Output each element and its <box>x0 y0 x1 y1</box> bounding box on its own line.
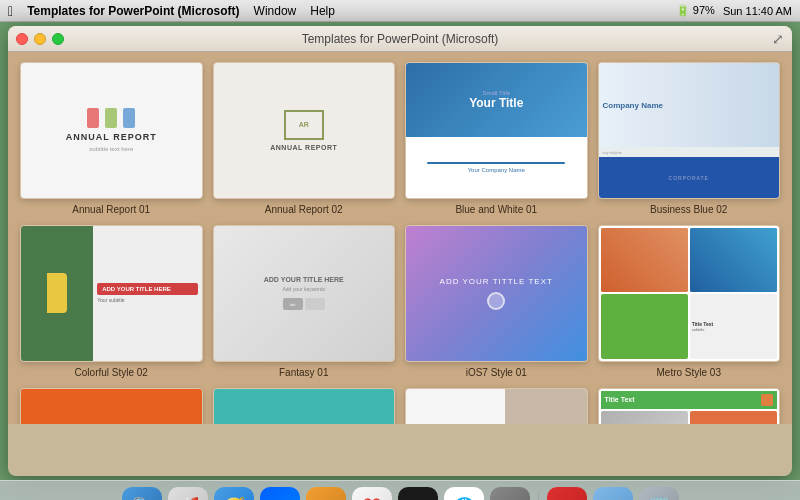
dock-powerpoint[interactable]: P <box>547 487 587 501</box>
template-label: Blue and White 01 <box>455 204 537 215</box>
template-item[interactable]: ADD YOUR TITLE HERE Your subtitle Colorf… <box>20 225 203 378</box>
template-thumb-ms3[interactable]: Title Text subtitle <box>598 225 781 362</box>
template-label: iOS7 Style 01 <box>466 367 527 378</box>
template-thumb-ar2[interactable]: AR ANNUAL REPORT <box>213 62 396 199</box>
apple-menu[interactable]:  <box>8 3 13 19</box>
template-item[interactable]: ADD YOUR TITLE HERE your subtitle text f… <box>20 388 203 424</box>
dock-terminal[interactable]: >_ <box>398 487 438 501</box>
window-title: Templates for PowerPoint (Microsoft) <box>302 32 499 46</box>
template-item[interactable]: AR ANNUAL REPORT Annual Report 02 <box>213 62 396 215</box>
dock-slides[interactable]: S <box>306 487 346 501</box>
close-button[interactable] <box>16 33 28 45</box>
template-item[interactable]: ADD YOUR TITLE Add your keywords <box>213 388 396 424</box>
template-thumb-tls[interactable]: Title Text <box>598 388 781 424</box>
expand-icon[interactable]: ⤢ <box>772 31 784 47</box>
clock: Sun 11:40 AM <box>723 5 792 17</box>
template-item[interactable]: ADD YOUR TITLE HERE Add your keywords ta… <box>213 225 396 378</box>
template-item[interactable]: Small Title Your Title Your Company Name… <box>405 62 588 215</box>
dock-finder[interactable]: 🔍 <box>122 487 162 501</box>
maximize-button[interactable] <box>52 33 64 45</box>
menu-window[interactable]: Window <box>254 4 297 18</box>
template-item[interactable]: Title Text <box>405 388 588 424</box>
template-label: Metro Style 03 <box>657 367 721 378</box>
dock-safari[interactable]: 🧭 <box>214 487 254 501</box>
template-label: Fantasy 01 <box>279 367 328 378</box>
dock-separator <box>538 492 539 501</box>
dock-arrow[interactable]: ↗ <box>490 487 530 501</box>
menu-app-name[interactable]: Templates for PowerPoint (Microsoft) <box>27 4 239 18</box>
template-thumb-org[interactable]: ADD YOUR TITLE HERE your subtitle text f… <box>20 388 203 424</box>
traffic-lights <box>16 33 64 45</box>
template-item[interactable]: Title Text subtitle Metro Style 03 <box>598 225 781 378</box>
template-label: Annual Report 02 <box>265 204 343 215</box>
battery-icon: 🔋 97% <box>676 4 715 17</box>
titlebar: Templates for PowerPoint (Microsoft) ⤢ <box>8 26 792 52</box>
menu-help[interactable]: Help <box>310 4 335 18</box>
dock-chrome[interactable]: 🌐 <box>444 487 484 501</box>
dock-trash[interactable]: 🗑️ <box>639 487 679 501</box>
template-item[interactable]: ANNUAL REPORT subtitle text here Annual … <box>20 62 203 215</box>
dock-health[interactable]: ❤️ <box>352 487 392 501</box>
template-thumb-f1[interactable]: ADD YOUR TITLE HERE Add your keywords ta… <box>213 225 396 362</box>
template-thumb-ios[interactable]: ADD YOUR TITTLE TEXT <box>405 225 588 362</box>
template-item[interactable]: Company Name city skyline CORPORATE Busi… <box>598 62 781 215</box>
template-item[interactable]: ADD YOUR TITTLE TEXT iOS7 Style 01 <box>405 225 588 378</box>
template-thumb-prs[interactable]: Title Text <box>405 388 588 424</box>
template-grid: ANNUAL REPORT subtitle text here Annual … <box>8 52 792 424</box>
template-label: Annual Report 01 <box>72 204 150 215</box>
menubar-right: 🔋 97% Sun 11:40 AM <box>676 4 792 17</box>
dock-launchpad[interactable]: 🚀 <box>168 487 208 501</box>
menubar:  Templates for PowerPoint (Microsoft) W… <box>0 0 800 22</box>
minimize-button[interactable] <box>34 33 46 45</box>
app-window: Templates for PowerPoint (Microsoft) ⤢ A… <box>8 26 792 476</box>
dock-appstore[interactable]: A <box>260 487 300 501</box>
template-thumb-cyn[interactable]: ADD YOUR TITLE Add your keywords <box>213 388 396 424</box>
template-thumb-ar1[interactable]: ANNUAL REPORT subtitle text here <box>20 62 203 199</box>
template-label: Colorful Style 02 <box>75 367 148 378</box>
template-thumb-bb2[interactable]: Company Name city skyline CORPORATE <box>598 62 781 199</box>
template-item[interactable]: Title Text <box>598 388 781 424</box>
template-label: Business Blue 02 <box>650 204 727 215</box>
dock-folder[interactable]: 📁 <box>593 487 633 501</box>
template-thumb-cs2[interactable]: ADD YOUR TITLE HERE Your subtitle <box>20 225 203 362</box>
template-thumb-bw1[interactable]: Small Title Your Title Your Company Name <box>405 62 588 199</box>
dock: 🔍 🚀 🧭 A S ❤️ >_ 🌐 ↗ P 📁 🗑️ <box>0 480 800 500</box>
